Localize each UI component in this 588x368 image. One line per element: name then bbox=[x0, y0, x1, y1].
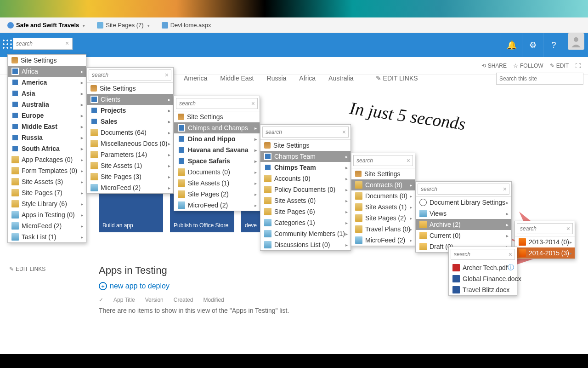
site-settings-item[interactable]: Site Settings bbox=[8, 55, 86, 66]
flyout-item[interactable]: MicroFeed (2)▸ bbox=[8, 220, 86, 231]
flyout-item[interactable]: Middle East▸ bbox=[8, 121, 86, 132]
flyout-item[interactable]: Community Members (1)▸ bbox=[260, 228, 351, 239]
flyout-item[interactable]: Parameters (14)▸ bbox=[87, 149, 173, 160]
flyout-item[interactable]: Apps in Testing (0)▸ bbox=[8, 209, 86, 220]
notifications-icon[interactable]: 🔔 bbox=[501, 33, 522, 57]
site-search-input[interactable] bbox=[496, 73, 583, 85]
flyout-item[interactable]: Europe▸ bbox=[8, 110, 86, 121]
browser-tab-1[interactable]: Safe and Swift Travels bbox=[3, 20, 90, 30]
flyout-item[interactable]: Clients▸ bbox=[87, 94, 173, 105]
site-settings-item[interactable]: Site Settings bbox=[87, 83, 173, 94]
chevron-down-icon[interactable] bbox=[81, 22, 85, 29]
browser-tab-3[interactable]: DevHome.aspx bbox=[157, 20, 216, 30]
sidebar-search-input[interactable] bbox=[13, 38, 73, 50]
flyout-item[interactable]: Projects▸ bbox=[87, 105, 173, 116]
edit-button[interactable]: ✎EDIT bbox=[550, 63, 569, 69]
flyout-search-input[interactable] bbox=[451, 249, 515, 260]
flyout-item[interactable]: Site Assets (3)▸ bbox=[8, 176, 86, 187]
help-icon[interactable]: ? bbox=[543, 33, 564, 57]
flyout-item[interactable]: Site Assets (1)▸ bbox=[174, 178, 260, 189]
info-icon[interactable]: ⓘ bbox=[508, 264, 514, 272]
column-header[interactable]: Created bbox=[174, 297, 193, 303]
flyout-search-input[interactable] bbox=[262, 126, 349, 138]
clear-icon[interactable]: × bbox=[342, 128, 346, 136]
nav-item[interactable]: Middle East bbox=[220, 75, 254, 82]
flyout-item[interactable]: Categories (1)▸ bbox=[260, 217, 351, 228]
sidebar-edit-links[interactable]: ✎ EDIT LINKS bbox=[9, 266, 45, 272]
edit-links-button[interactable]: ✎EDIT LINKS bbox=[376, 75, 418, 82]
flyout-item[interactable]: Russia▸ bbox=[8, 132, 86, 143]
clear-icon[interactable]: × bbox=[407, 157, 410, 164]
flyout-item[interactable]: Accounts (0)▸ bbox=[260, 173, 351, 184]
flyout-item[interactable]: America▸ bbox=[8, 77, 86, 88]
flyout-item[interactable]: Archer Tech.pdfⓘ bbox=[449, 262, 517, 273]
flyout-search-input[interactable] bbox=[89, 69, 171, 80]
flyout-item[interactable]: Discussions List (0)▸ bbox=[260, 239, 351, 250]
flyout-item[interactable]: Policy Documents (0)▸ bbox=[260, 184, 351, 195]
flyout-item[interactable]: App Packages (0)▸ bbox=[8, 154, 86, 165]
new-app-link[interactable]: + new app to deploy bbox=[99, 282, 289, 290]
clear-icon[interactable]: × bbox=[165, 71, 169, 79]
flyout-item[interactable]: Travel Blitz.docx bbox=[449, 284, 517, 295]
flyout-item[interactable]: MicroFeed (2)▸ bbox=[87, 182, 173, 193]
flyout-search-input[interactable] bbox=[353, 155, 413, 166]
flyout-item[interactable]: Archive (2)▸ bbox=[416, 219, 511, 230]
site-settings-item[interactable]: Site Settings bbox=[260, 140, 351, 151]
follow-button[interactable]: ☆FOLLOW bbox=[513, 63, 543, 69]
flyout-search-input[interactable] bbox=[176, 98, 258, 109]
flyout-item[interactable]: Dino and Hippo▸ bbox=[174, 133, 260, 144]
flyout-item[interactable]: Current (0)▸ bbox=[416, 230, 511, 241]
flyout-item[interactable]: MicroFeed (2)▸ bbox=[351, 235, 415, 246]
flyout-item[interactable]: Site Pages (2)▸ bbox=[351, 213, 415, 224]
clear-icon[interactable]: × bbox=[509, 251, 512, 258]
nav-item[interactable]: America bbox=[184, 75, 207, 82]
flyout-item[interactable]: Miscellaneous Docs (0)▸ bbox=[87, 138, 173, 149]
flyout-item[interactable]: Documents (0)▸ bbox=[174, 167, 260, 178]
flyout-item[interactable]: Site Assets (1)▸ bbox=[87, 160, 173, 171]
flyout-item[interactable]: Champs Team▸ bbox=[260, 151, 351, 162]
flyout-item[interactable]: Global Finance.docx bbox=[449, 273, 517, 284]
flyout-item[interactable]: Chimps Team▸ bbox=[260, 162, 351, 173]
check-column[interactable]: ✓ bbox=[99, 297, 103, 303]
flyout-item[interactable]: Form Templates (0)▸ bbox=[8, 165, 86, 176]
column-header[interactable]: Modified bbox=[203, 297, 224, 303]
nav-item[interactable]: Africa bbox=[299, 75, 316, 82]
clear-icon[interactable]: × bbox=[65, 40, 69, 47]
flyout-item[interactable]: Documents (64)▸ bbox=[87, 127, 173, 138]
gear-icon[interactable]: ⚙ bbox=[522, 33, 543, 57]
flyout-item[interactable]: Asia▸ bbox=[8, 88, 86, 99]
flyout-item[interactable]: Style Library (6)▸ bbox=[8, 198, 86, 209]
flyout-search-input[interactable] bbox=[418, 184, 509, 195]
flyout-item[interactable]: Contracts (8)▸ bbox=[351, 179, 415, 190]
clear-icon[interactable]: × bbox=[503, 185, 507, 193]
flyout-item[interactable]: MicroFeed (2)▸ bbox=[174, 200, 260, 211]
flyout-item[interactable]: Document Library Settings▸ bbox=[416, 197, 511, 208]
flyout-item[interactable]: Site Pages (6)▸ bbox=[260, 206, 351, 217]
flyout-item[interactable]: Views▸ bbox=[416, 208, 511, 219]
share-button[interactable]: ⟲SHARE bbox=[481, 63, 507, 69]
flyout-item[interactable]: Chimps and Champs▸ bbox=[174, 122, 260, 133]
site-settings-item[interactable]: Site Settings bbox=[351, 168, 415, 179]
browser-tab-2[interactable]: Site Pages (7) bbox=[92, 20, 154, 30]
flyout-item[interactable]: 2013-2014 (0)▸ bbox=[515, 236, 575, 247]
flyout-item[interactable]: Site Assets (0)▸ bbox=[260, 195, 351, 206]
flyout-item[interactable]: Task List (1)▸ bbox=[8, 231, 86, 242]
flyout-item[interactable]: Sales▸ bbox=[87, 116, 173, 127]
column-header[interactable]: Version bbox=[145, 297, 164, 303]
flyout-item[interactable]: Australia▸ bbox=[8, 99, 86, 110]
flyout-item[interactable]: Travel Plans (0)▸ bbox=[351, 224, 415, 235]
nav-item[interactable]: Australia bbox=[328, 75, 353, 82]
user-avatar[interactable] bbox=[568, 33, 584, 50]
flyout-item[interactable]: Site Assets (1)▸ bbox=[351, 201, 415, 213]
flyout-item[interactable]: South Africa▸ bbox=[8, 143, 86, 154]
site-settings-item[interactable]: Site Settings bbox=[174, 111, 260, 122]
flyout-item[interactable]: Africa▸ bbox=[8, 66, 86, 77]
flyout-search-input[interactable] bbox=[517, 223, 573, 234]
flyout-item[interactable]: Site Pages (7)▸ bbox=[8, 187, 86, 198]
flyout-item[interactable]: Documents (0)▸ bbox=[351, 190, 415, 201]
clear-icon[interactable]: × bbox=[566, 225, 570, 232]
column-header[interactable]: App Title bbox=[113, 297, 135, 303]
clear-icon[interactable]: × bbox=[251, 100, 255, 107]
flyout-item[interactable]: Space Safaris▸ bbox=[174, 155, 260, 167]
chevron-down-icon[interactable] bbox=[146, 22, 150, 29]
